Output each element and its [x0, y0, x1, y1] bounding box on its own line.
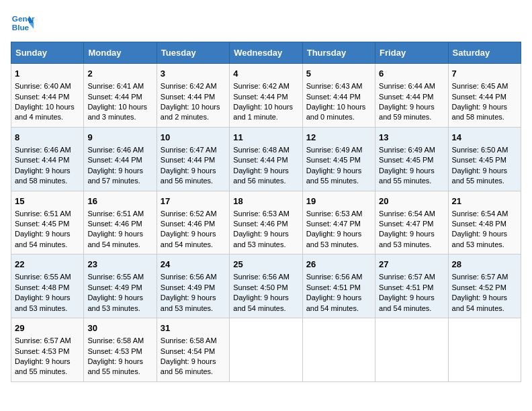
- cell-text: Sunrise: 6:50 AM: [452, 146, 508, 154]
- cell-text: and 59 minutes.: [379, 113, 431, 121]
- calendar-cell: 12Sunrise: 6:49 AMSunset: 4:45 PMDayligh…: [302, 127, 375, 191]
- cell-text: Sunrise: 6:55 AM: [15, 273, 71, 281]
- day-number: 21: [452, 195, 517, 208]
- calendar-cell: 11Sunrise: 6:48 AMSunset: 4:44 PMDayligh…: [230, 127, 302, 191]
- cell-text: and 53 minutes.: [87, 304, 140, 312]
- cell-text: and 54 minutes.: [233, 304, 285, 312]
- day-number: 15: [15, 195, 80, 208]
- day-number: 6: [379, 68, 444, 80]
- calendar-cell: 13Sunrise: 6:49 AMSunset: 4:45 PMDayligh…: [375, 127, 448, 191]
- cell-text: Sunset: 4:45 PM: [452, 156, 506, 164]
- week-row-1: 1Sunrise: 6:40 AMSunset: 4:44 PMDaylight…: [11, 64, 521, 128]
- calendar-cell: 5Sunrise: 6:43 AMSunset: 4:44 PMDaylight…: [302, 64, 375, 128]
- cell-text: Sunset: 4:53 PM: [15, 347, 69, 355]
- cell-text: Sunset: 4:52 PM: [452, 283, 506, 291]
- calendar-cell: 24Sunrise: 6:56 AMSunset: 4:49 PMDayligh…: [157, 255, 229, 318]
- cell-text: Sunrise: 6:57 AM: [15, 336, 71, 345]
- cell-text: Sunrise: 6:46 AM: [15, 146, 71, 154]
- cell-text: Daylight: 9 hours: [161, 293, 216, 302]
- week-row-2: 8Sunrise: 6:46 AMSunset: 4:44 PMDaylight…: [11, 127, 521, 191]
- cell-text: Sunrise: 6:58 AM: [161, 336, 217, 345]
- cell-text: and 55 minutes.: [87, 367, 140, 375]
- cell-text: Sunrise: 6:56 AM: [233, 273, 290, 281]
- calendar-cell: 27Sunrise: 6:57 AMSunset: 4:51 PMDayligh…: [375, 255, 448, 318]
- logo: General Blue: [11, 11, 35, 35]
- day-number: 19: [306, 195, 371, 208]
- cell-text: and 57 minutes.: [87, 177, 140, 185]
- cell-text: Daylight: 9 hours: [306, 230, 362, 238]
- day-number: 27: [379, 259, 444, 271]
- cell-text: Sunset: 4:44 PM: [161, 156, 215, 164]
- cell-text: and 1 minute.: [233, 113, 278, 121]
- day-number: 16: [87, 195, 152, 208]
- cell-text: Daylight: 9 hours: [452, 293, 508, 302]
- cell-text: Sunset: 4:47 PM: [379, 220, 433, 228]
- cell-text: Daylight: 10 hours: [161, 103, 220, 111]
- cell-text: and 54 minutes.: [161, 240, 213, 248]
- calendar-cell: 18Sunrise: 6:53 AMSunset: 4:46 PMDayligh…: [230, 191, 302, 255]
- cell-text: Daylight: 9 hours: [306, 293, 362, 302]
- col-header-wednesday: Wednesday: [230, 42, 302, 64]
- calendar-cell: [448, 318, 521, 382]
- cell-text: Sunset: 4:44 PM: [233, 93, 287, 101]
- cell-text: Sunrise: 6:56 AM: [161, 273, 217, 281]
- cell-text: Sunrise: 6:49 AM: [306, 146, 363, 154]
- cell-text: Daylight: 9 hours: [15, 293, 71, 302]
- calendar-cell: 23Sunrise: 6:55 AMSunset: 4:49 PMDayligh…: [84, 255, 157, 318]
- cell-text: Sunset: 4:45 PM: [15, 220, 69, 228]
- day-number: 1: [15, 68, 80, 80]
- cell-text: Sunrise: 6:53 AM: [306, 210, 363, 218]
- cell-text: and 54 minutes.: [379, 304, 431, 312]
- cell-text: Sunset: 4:48 PM: [15, 283, 69, 291]
- cell-text: Daylight: 9 hours: [379, 103, 435, 111]
- calendar-cell: [302, 318, 375, 382]
- cell-text: and 54 minutes.: [452, 304, 504, 312]
- cell-text: and 55 minutes.: [452, 177, 504, 185]
- col-header-tuesday: Tuesday: [157, 42, 229, 64]
- cell-text: Sunrise: 6:56 AM: [306, 273, 363, 281]
- calendar-cell: 29Sunrise: 6:57 AMSunset: 4:53 PMDayligh…: [11, 318, 84, 382]
- calendar-cell: 9Sunrise: 6:46 AMSunset: 4:44 PMDaylight…: [84, 127, 157, 191]
- cell-text: Daylight: 9 hours: [87, 167, 143, 175]
- calendar-cell: 2Sunrise: 6:41 AMSunset: 4:44 PMDaylight…: [84, 64, 157, 128]
- day-number: 13: [379, 132, 444, 144]
- day-number: 12: [306, 132, 371, 144]
- cell-text: Sunset: 4:46 PM: [233, 220, 287, 228]
- cell-text: and 54 minutes.: [87, 240, 140, 248]
- header: General Blue: [11, 11, 521, 35]
- cell-text: Daylight: 9 hours: [87, 230, 143, 238]
- cell-text: and 53 minutes.: [452, 240, 504, 248]
- cell-text: and 55 minutes.: [306, 177, 359, 185]
- cell-text: and 56 minutes.: [161, 177, 213, 185]
- day-number: 29: [15, 322, 80, 334]
- calendar-cell: 16Sunrise: 6:51 AMSunset: 4:46 PMDayligh…: [84, 191, 157, 255]
- cell-text: Sunrise: 6:54 AM: [452, 210, 508, 218]
- cell-text: Sunset: 4:44 PM: [379, 93, 433, 101]
- day-number: 30: [87, 322, 152, 334]
- calendar-cell: 17Sunrise: 6:52 AMSunset: 4:46 PMDayligh…: [157, 191, 229, 255]
- day-number: 31: [161, 322, 226, 334]
- day-number: 25: [233, 259, 298, 271]
- calendar-cell: 22Sunrise: 6:55 AMSunset: 4:48 PMDayligh…: [11, 255, 84, 318]
- col-header-monday: Monday: [84, 42, 157, 64]
- calendar-cell: 14Sunrise: 6:50 AMSunset: 4:45 PMDayligh…: [448, 127, 521, 191]
- calendar-cell: 28Sunrise: 6:57 AMSunset: 4:52 PMDayligh…: [448, 255, 521, 318]
- cell-text: Sunset: 4:44 PM: [452, 93, 506, 101]
- cell-text: Sunrise: 6:46 AM: [87, 146, 144, 154]
- calendar-cell: 21Sunrise: 6:54 AMSunset: 4:48 PMDayligh…: [448, 191, 521, 255]
- cell-text: and 53 minutes.: [161, 304, 213, 312]
- cell-text: Sunset: 4:44 PM: [15, 93, 69, 101]
- day-number: 11: [233, 132, 298, 144]
- cell-text: Sunrise: 6:54 AM: [379, 210, 435, 218]
- cell-text: Sunset: 4:46 PM: [161, 220, 215, 228]
- day-number: 9: [87, 132, 152, 144]
- calendar-cell: 20Sunrise: 6:54 AMSunset: 4:47 PMDayligh…: [375, 191, 448, 255]
- cell-text: and 53 minutes.: [379, 240, 431, 248]
- cell-text: and 56 minutes.: [233, 177, 285, 185]
- cell-text: Sunset: 4:44 PM: [233, 156, 287, 164]
- calendar-cell: 31Sunrise: 6:58 AMSunset: 4:54 PMDayligh…: [157, 318, 229, 382]
- week-row-4: 22Sunrise: 6:55 AMSunset: 4:48 PMDayligh…: [11, 255, 521, 318]
- col-header-friday: Friday: [375, 42, 448, 64]
- cell-text: Sunrise: 6:43 AM: [306, 82, 363, 90]
- day-number: 2: [87, 68, 152, 80]
